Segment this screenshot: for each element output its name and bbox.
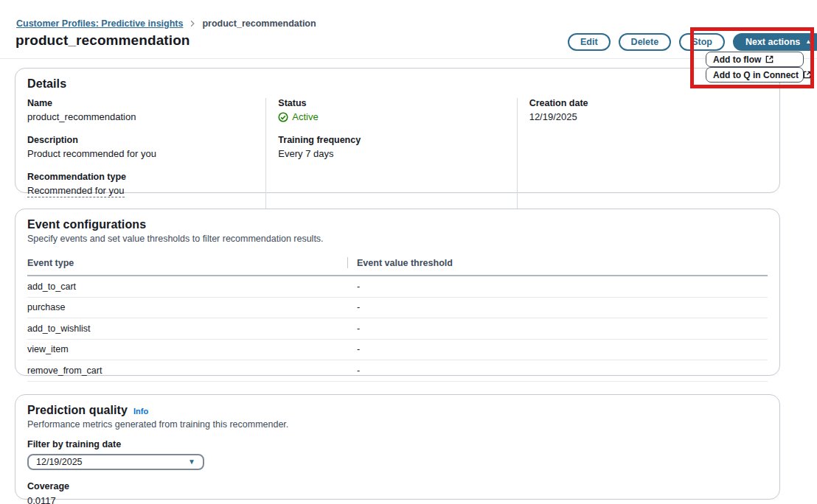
header-divider <box>0 58 817 59</box>
training-date-selected-value: 12/19/2025 <box>36 457 83 467</box>
table-row: add_to_wishlist - <box>27 318 768 340</box>
description-label: Description <box>27 135 254 145</box>
coverage-value: 0.0117 <box>27 495 768 504</box>
threshold-cell: - <box>357 302 360 312</box>
info-link[interactable]: Info <box>133 407 148 416</box>
page: Customer Profiles: Predictive insights p… <box>0 0 817 504</box>
caret-up-icon: ▲ <box>805 39 811 45</box>
threshold-cell: - <box>357 344 360 354</box>
page-title: product_recommendation <box>15 32 190 49</box>
column-divider <box>347 257 348 268</box>
recommendation-type-value[interactable]: Recommended for you <box>27 185 125 197</box>
breadcrumb-separator-icon <box>189 20 196 27</box>
status-check-icon <box>278 112 288 122</box>
training-frequency-value: Every 7 days <box>278 148 504 159</box>
prediction-quality-title: Prediction quality <box>27 404 128 417</box>
creation-date-label: Creation date <box>529 98 756 108</box>
training-frequency-label: Training frequency <box>278 135 504 145</box>
menu-item-add-to-q-in-connect[interactable]: Add to Q in Connect <box>706 67 804 83</box>
threshold-cell: - <box>357 323 360 334</box>
menu-item-add-to-flow[interactable]: Add to flow <box>706 52 804 67</box>
details-column-3: Creation date 12/19/2025 <box>517 98 768 210</box>
event-type-cell: view_item <box>27 344 357 354</box>
event-configurations-table: Event type Event value threshold add_to_… <box>27 254 768 382</box>
threshold-cell: - <box>357 365 360 376</box>
prediction-quality-card: Prediction quality Info Performance metr… <box>15 394 780 500</box>
next-actions-button[interactable]: Next actions ▲ <box>733 33 817 51</box>
details-title: Details <box>27 77 768 91</box>
status-label: Status <box>278 98 504 108</box>
column-header-event-value-threshold: Event value threshold <box>357 258 453 268</box>
creation-date-value: 12/19/2025 <box>529 111 756 122</box>
delete-button[interactable]: Delete <box>619 33 672 51</box>
event-type-cell: remove_from_cart <box>27 365 357 376</box>
event-type-cell: add_to_wishlist <box>27 323 357 334</box>
training-date-select[interactable]: 12/19/2025 ▼ <box>27 454 204 470</box>
status-badge: Active <box>278 111 504 122</box>
column-header-event-type: Event type <box>27 258 347 268</box>
edit-button[interactable]: Edit <box>568 33 611 51</box>
table-row: add_to_cart - <box>27 276 768 298</box>
event-type-cell: add_to_cart <box>27 281 357 292</box>
table-row: view_item - <box>27 340 768 361</box>
details-column-2: Status Active Training frequency Every 7… <box>265 98 516 210</box>
table-header-row: Event type Event value threshold <box>27 254 768 276</box>
event-configurations-card: Event configurations Specify events and … <box>15 209 780 376</box>
action-buttons: Edit Delete Stop Next actions ▲ <box>568 33 817 51</box>
prediction-quality-description: Performance metrics generated from train… <box>27 419 768 430</box>
table-row: purchase - <box>27 298 768 319</box>
description-value: Product recommended for you <box>27 148 254 159</box>
table-row: remove_from_cart - <box>27 360 768 382</box>
stop-button[interactable]: Stop <box>679 33 725 51</box>
name-value: product_recommendation <box>27 111 254 122</box>
details-card: Details Name product_recommendation Desc… <box>15 68 780 193</box>
threshold-cell: - <box>357 281 360 292</box>
coverage-label: Coverage <box>27 481 768 491</box>
external-link-icon <box>765 55 773 63</box>
recommendation-type-label: Recommendation type <box>27 172 254 182</box>
breadcrumb-current: product_recommendation <box>202 18 316 29</box>
name-label: Name <box>27 98 254 108</box>
external-link-icon <box>803 71 811 79</box>
next-actions-menu: Add to flow Add to Q in Connect <box>706 52 804 83</box>
event-type-cell: purchase <box>27 302 357 312</box>
breadcrumb-link-predictive-insights[interactable]: Customer Profiles: Predictive insights <box>16 18 183 29</box>
caret-down-icon: ▼ <box>188 458 195 466</box>
breadcrumb: Customer Profiles: Predictive insights p… <box>16 18 316 29</box>
event-configurations-title: Event configurations <box>27 218 768 231</box>
filter-by-training-date-label: Filter by training date <box>27 439 768 449</box>
details-column-1: Name product_recommendation Description … <box>27 98 265 210</box>
event-configurations-description: Specify events and set value thresholds … <box>27 234 768 244</box>
